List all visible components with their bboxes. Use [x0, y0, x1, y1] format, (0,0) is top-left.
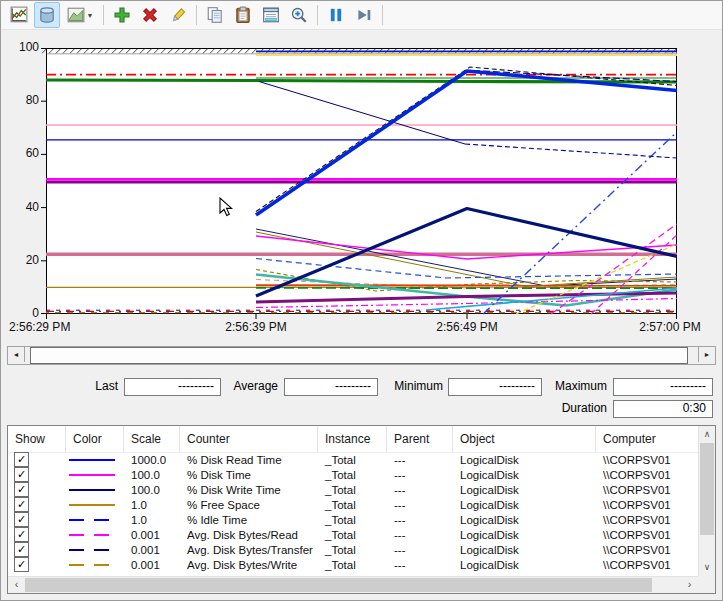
color-cell [66, 534, 124, 536]
scroll-right-button[interactable]: › [681, 577, 698, 593]
last-value: --------- [124, 378, 221, 396]
x-axis-label: 2:56:39 PM [225, 320, 286, 334]
scroll-right-button[interactable]: ► [698, 347, 715, 362]
legend-row[interactable]: ✓ 100.0 % Disk Write Time _Total --- Log… [8, 482, 698, 497]
legend-row[interactable]: ✓ 100.0 % Disk Time _Total --- LogicalDi… [8, 467, 698, 482]
average-label: Average [223, 378, 278, 394]
checkmark-icon: ✓ [17, 513, 26, 525]
minimum-label: Minimum [385, 378, 443, 394]
counter-legend-table: Show Color Scale Counter Instance Parent… [7, 425, 716, 594]
instance-cell: _Total [318, 469, 387, 481]
scale-cell: 100.0 [124, 469, 180, 481]
checkmark-icon: ✓ [17, 453, 26, 465]
show-checkbox[interactable]: ✓ [14, 512, 29, 527]
scroll-left-button[interactable]: ‹ [8, 577, 25, 593]
view-current-activity-button[interactable] [6, 2, 32, 28]
color-cell [66, 564, 124, 566]
scale-cell: 0.001 [124, 559, 180, 571]
counter-cell: Avg. Disk Bytes/Read [180, 529, 318, 541]
x-axis-label: 2:56:49 PM [436, 320, 497, 334]
legend-header-row: Show Color Scale Counter Instance Parent… [8, 426, 698, 453]
legend-body: ✓ 1000.0 % Disk Read Time _Total --- Log… [8, 452, 698, 576]
copy-properties-button[interactable] [202, 2, 228, 28]
properties-button[interactable] [258, 2, 284, 28]
y-axis-label: 40 [5, 200, 39, 214]
counter-color-swatch [69, 519, 115, 521]
highlight-button[interactable] [165, 2, 191, 28]
column-header-color[interactable]: Color [66, 426, 124, 452]
y-axis-label: 0 [5, 306, 39, 320]
scroll-down-button[interactable]: ∨ [699, 559, 715, 576]
clipboard-icon [234, 6, 252, 24]
checkmark-icon: ✓ [17, 558, 26, 570]
change-graph-type-button[interactable]: ▼ [62, 2, 98, 28]
mouse-cursor [219, 197, 239, 219]
counter-color-swatch [69, 474, 115, 476]
column-header-object[interactable]: Object [453, 426, 596, 452]
legend-row[interactable]: ✓ 0.001 Avg. Disk Bytes/Write _Total ---… [8, 557, 698, 572]
toolbar-separator [196, 5, 197, 25]
object-cell: LogicalDisk [453, 529, 596, 541]
update-data-button[interactable] [351, 2, 377, 28]
parent-cell: --- [387, 454, 453, 466]
properties-icon [262, 6, 280, 24]
add-counter-button[interactable] [109, 2, 135, 28]
duration-value: 0:30 [613, 400, 713, 418]
object-cell: LogicalDisk [453, 454, 596, 466]
show-checkbox[interactable]: ✓ [14, 527, 29, 542]
counter-cell: Avg. Disk Bytes/Write [180, 559, 318, 571]
object-cell: LogicalDisk [453, 514, 596, 526]
legend-row[interactable]: ✓ 0.001 Avg. Disk Bytes/Transfer _Total … [8, 542, 698, 557]
column-header-instance[interactable]: Instance [318, 426, 387, 452]
graph-time-scrollbar[interactable]: ◄ ► [7, 346, 716, 365]
scale-cell: 1.0 [124, 499, 180, 511]
column-header-scale[interactable]: Scale [124, 426, 180, 452]
computer-cell: \\CORPSV01 [596, 484, 698, 496]
counter-cell: Avg. Disk Bytes/Transfer [180, 544, 318, 556]
legend-horizontal-scrollbar[interactable]: ‹ › [8, 576, 698, 593]
object-cell: LogicalDisk [453, 544, 596, 556]
maximum-value: --------- [613, 378, 713, 396]
parent-cell: --- [387, 559, 453, 571]
legend-vertical-scrollbar[interactable]: ∧ ∨ [698, 426, 715, 576]
show-checkbox[interactable]: ✓ [14, 542, 29, 557]
scale-cell: 0.001 [124, 529, 180, 541]
legend-row[interactable]: ✓ 1.0 % Free Space _Total --- LogicalDis… [8, 497, 698, 512]
parent-cell: --- [387, 544, 453, 556]
column-header-computer[interactable]: Computer [596, 426, 698, 452]
column-header-parent[interactable]: Parent [387, 426, 453, 452]
instance-cell: _Total [318, 484, 387, 496]
y-axis-label: 20 [5, 253, 39, 267]
column-header-counter[interactable]: Counter [180, 426, 318, 452]
counter-color-swatch [69, 549, 115, 551]
computer-cell: \\CORPSV01 [596, 514, 698, 526]
legend-row[interactable]: ✓ 0.001 Avg. Disk Bytes/Read _Total --- … [8, 527, 698, 542]
scrollbar-thumb[interactable] [30, 347, 688, 364]
color-cell [66, 474, 124, 476]
y-axis-label: 100 [5, 40, 39, 54]
computer-cell: \\CORPSV01 [596, 544, 698, 556]
counter-color-swatch [69, 504, 115, 506]
freeze-display-button[interactable] [323, 2, 349, 28]
delete-counter-button[interactable] [137, 2, 163, 28]
perfmon-window: ▼ [0, 0, 723, 601]
paste-counter-list-button[interactable] [230, 2, 256, 28]
scroll-left-button[interactable]: ◄ [8, 347, 25, 362]
scrollbar-thumb[interactable] [25, 578, 652, 592]
legend-row[interactable]: ✓ 1.0 % Idle Time _Total --- LogicalDisk… [8, 512, 698, 527]
show-checkbox[interactable]: ✓ [14, 557, 29, 572]
scroll-up-button[interactable]: ∧ [699, 426, 715, 443]
performance-graph [38, 46, 677, 320]
legend-row[interactable]: ✓ 1000.0 % Disk Read Time _Total --- Log… [8, 452, 698, 467]
zoom-button[interactable] [286, 2, 312, 28]
scrollbar-thumb[interactable] [700, 443, 714, 535]
show-checkbox[interactable]: ✓ [14, 497, 29, 512]
show-checkbox[interactable]: ✓ [14, 482, 29, 497]
show-checkbox[interactable]: ✓ [14, 452, 29, 467]
computer-cell: \\CORPSV01 [596, 529, 698, 541]
view-log-data-button[interactable] [34, 2, 60, 28]
parent-cell: --- [387, 469, 453, 481]
column-header-show[interactable]: Show [8, 426, 66, 452]
computer-cell: \\CORPSV01 [596, 469, 698, 481]
show-checkbox[interactable]: ✓ [14, 467, 29, 482]
